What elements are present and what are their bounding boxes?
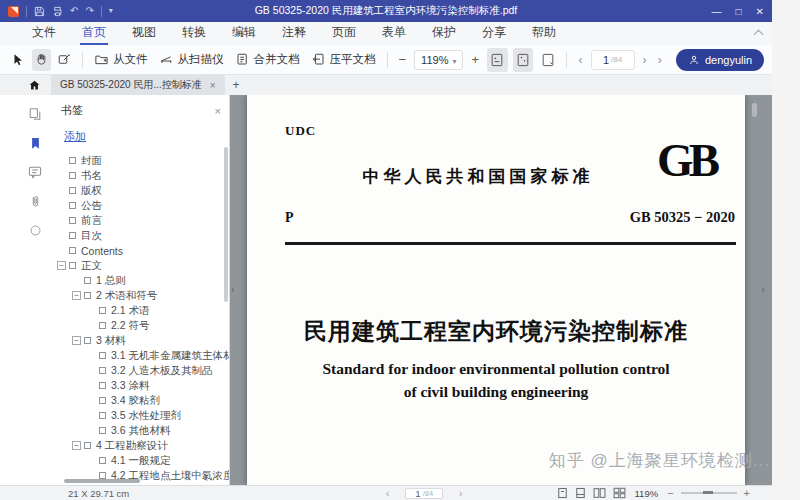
page-number-input[interactable]: 1 /84	[591, 50, 635, 70]
bookmark-item[interactable]: 3.5 水性处理剂	[54, 408, 229, 423]
two-page-view-icon[interactable]	[593, 487, 606, 499]
bookmark-item[interactable]: 书名	[54, 168, 229, 183]
minimize-button[interactable]: —	[712, 6, 722, 17]
zoom-slider-thumb[interactable]	[703, 491, 713, 494]
zoom-level-select[interactable]: 119%	[414, 50, 463, 70]
menu-item-11[interactable]: 帮助	[530, 22, 558, 45]
bookmarks-panel-close-icon[interactable]: ×	[215, 105, 221, 117]
bookmark-item[interactable]: 3.1 无机非金属建筑主体材	[54, 348, 229, 363]
more-tools-button[interactable]: ›	[655, 53, 665, 67]
merge-docs-button[interactable]: 合并文档	[232, 50, 303, 69]
collapse-node-icon[interactable]: −	[72, 441, 81, 450]
undo-icon[interactable]	[70, 6, 78, 16]
menu-item-9[interactable]: 保护	[430, 22, 458, 45]
comments-icon[interactable]	[26, 163, 44, 181]
menu-item-6[interactable]: 注释	[280, 22, 308, 45]
bookmark-label: 2.1 术语	[111, 304, 150, 318]
zoom-in-button[interactable]: +	[468, 52, 482, 67]
zoom-out-button[interactable]: −	[395, 52, 409, 67]
collapse-right-panel-handle[interactable]	[761, 283, 765, 295]
view-fit-page-button[interactable]	[513, 48, 533, 72]
menu-item-8[interactable]: 表单	[380, 22, 408, 45]
collapse-left-panel-handle[interactable]	[231, 283, 235, 295]
edit-tool-button[interactable]	[56, 49, 75, 71]
page-dimensions: 21 X 29.71 cm	[68, 488, 129, 499]
bookmark-item[interactable]: 3.6 其他材料	[54, 423, 229, 438]
bookmarks-horizontal-scrollbar[interactable]	[64, 479, 140, 483]
attachments-icon[interactable]	[26, 192, 44, 210]
document-viewport[interactable]: UDC GB 中华人民共和国国家标准 P GB 50325 − 2020 民用建…	[230, 95, 772, 485]
bookmark-label: 目次	[81, 229, 102, 243]
bookmark-item[interactable]: 3.4 胶粘剂	[54, 393, 229, 408]
select-tool-button[interactable]	[8, 49, 27, 71]
redo-icon[interactable]	[85, 6, 93, 16]
print-icon[interactable]	[52, 6, 63, 17]
bookmark-item[interactable]: 4.1 一般规定	[54, 453, 229, 468]
statusbar-zoom-out-button[interactable]: −	[667, 487, 673, 499]
menu-item-1[interactable]: 文件	[30, 22, 58, 45]
bookmark-item[interactable]: 公告	[54, 198, 229, 213]
bookmark-item[interactable]: 前言	[54, 213, 229, 228]
hand-tool-button[interactable]	[32, 49, 51, 71]
document-title-cn: 民用建筑工程室内环境污染控制标准	[247, 316, 745, 347]
bookmark-item[interactable]: −2 术语和符号	[54, 288, 229, 303]
bookmark-item[interactable]: −正文	[54, 258, 229, 273]
maximize-button[interactable]: □	[736, 6, 742, 17]
single-page-view-icon[interactable]	[557, 487, 568, 499]
bookmarks-icon[interactable]	[26, 134, 44, 152]
statusbar-next-page-button[interactable]: ›	[459, 488, 462, 499]
menu-item-4[interactable]: 转换	[180, 22, 208, 45]
app-logo-icon	[8, 6, 19, 17]
collapse-node-icon[interactable]: −	[72, 291, 81, 300]
statusbar-zoom-in-button[interactable]: +	[744, 487, 750, 499]
close-button[interactable]: ✕	[756, 6, 764, 17]
next-page-button[interactable]: ›	[640, 53, 650, 67]
bookmark-item[interactable]: 目次	[54, 228, 229, 243]
new-tab-button[interactable]: +	[225, 75, 248, 95]
bookmark-item[interactable]: 版权	[54, 183, 229, 198]
signature-icon[interactable]	[26, 221, 44, 239]
bookmark-page-icon	[99, 472, 106, 479]
user-account-button[interactable]: dengyulin	[676, 49, 764, 71]
statusbar-previous-page-button[interactable]: ‹	[386, 488, 389, 499]
collapse-node-icon[interactable]: −	[57, 261, 66, 270]
fit-page-view-icon[interactable]	[575, 487, 586, 499]
bookmark-item[interactable]: 2.2 符号	[54, 318, 229, 333]
bookmark-item[interactable]: 封面	[54, 153, 229, 168]
view-single-page-button[interactable]	[487, 48, 507, 72]
menu-item-5[interactable]: 编辑	[230, 22, 258, 45]
bookmarks-vertical-scrollbar[interactable]	[224, 147, 228, 302]
document-vertical-scrollbar[interactable]	[752, 103, 757, 117]
merge-docs-label: 合并文档	[254, 52, 300, 67]
bookmark-item[interactable]: 3.2 人造木板及其制品	[54, 363, 229, 378]
from-file-button[interactable]: 从文件	[91, 50, 151, 69]
document-tab[interactable]: GB 50325-2020 民用...控制标准 ×	[51, 75, 225, 95]
bookmark-page-icon	[99, 322, 106, 329]
previous-page-button[interactable]: ‹	[575, 53, 585, 67]
add-bookmark-link[interactable]: 添加	[64, 129, 86, 144]
statusbar-page-input[interactable]: 1 /84	[405, 488, 443, 499]
zoom-slider[interactable]	[681, 492, 737, 494]
quick-access-caret-icon[interactable]	[109, 6, 113, 16]
menu-item-3[interactable]: 视图	[130, 22, 158, 45]
user-name: dengyulin	[705, 54, 752, 66]
menu-item-2[interactable]: 首页	[80, 22, 108, 45]
save-icon[interactable]	[34, 6, 45, 17]
from-scanner-button[interactable]: 从扫描仪	[156, 50, 227, 69]
bookmark-item[interactable]: 2.1 术语	[54, 303, 229, 318]
collapse-node-icon[interactable]: −	[72, 336, 81, 345]
bookmark-item[interactable]: 1 总则	[54, 273, 229, 288]
collapse-toolbar-icon[interactable]	[754, 30, 764, 40]
bookmark-item[interactable]: −3 材料	[54, 333, 229, 348]
menu-item-7[interactable]: 页面	[330, 22, 358, 45]
view-rotate-button[interactable]	[538, 48, 558, 72]
bookmark-item[interactable]: 3.3 涂料	[54, 378, 229, 393]
menu-item-10[interactable]: 分享	[480, 22, 508, 45]
thumbnails-icon[interactable]	[26, 105, 44, 123]
two-page-grid-view-icon[interactable]	[613, 487, 626, 499]
bookmark-item[interactable]: −4 工程勘察设计	[54, 438, 229, 453]
home-tab-button[interactable]	[28, 75, 41, 95]
flatten-doc-button[interactable]: 压平文档	[308, 50, 379, 69]
tab-close-icon[interactable]: ×	[210, 80, 216, 91]
bookmark-item[interactable]: Contents	[54, 243, 229, 258]
